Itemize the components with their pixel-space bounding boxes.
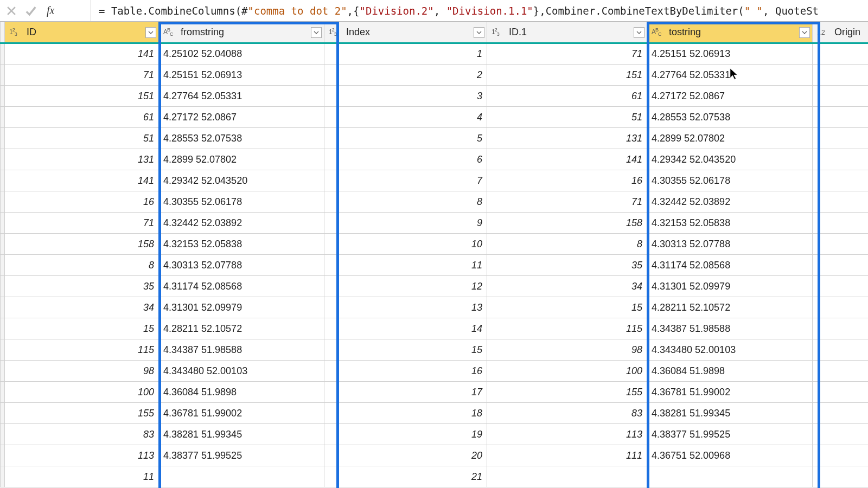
- table-row[interactable]: 714.32442 52.0389291584.32153 52.05838: [1, 213, 869, 234]
- column-header-fromstring[interactable]: ABC fromstring: [159, 22, 324, 43]
- cell-index[interactable]: 12: [324, 276, 487, 297]
- cell-id[interactable]: 131: [5, 149, 159, 170]
- cell-origin[interactable]: [813, 466, 869, 487]
- cell-origin[interactable]: [813, 86, 869, 107]
- cell-id[interactable]: 141: [5, 170, 159, 191]
- cell-tostring[interactable]: 4.28553 52.07538: [647, 107, 813, 128]
- table-row[interactable]: 1514.27764 52.053313614.27172 52.0867: [1, 86, 869, 107]
- cell-fromstring[interactable]: 4.29342 52.043520: [159, 170, 324, 191]
- cell-index[interactable]: 18: [324, 403, 487, 424]
- cell-id[interactable]: 100: [5, 382, 159, 403]
- cell-id[interactable]: 11: [5, 466, 159, 487]
- cell-origin[interactable]: [813, 234, 869, 255]
- table-row[interactable]: 714.25151 52.0691321514.27764 52.05331: [1, 65, 869, 86]
- cell-id[interactable]: 8: [5, 255, 159, 276]
- cell-id[interactable]: 71: [5, 65, 159, 86]
- cell-id1[interactable]: 16: [487, 170, 647, 191]
- cell-index[interactable]: 13: [324, 297, 487, 318]
- table-row[interactable]: 984.343480 52.00103161004.36084 51.9898: [1, 361, 869, 382]
- cell-origin[interactable]: [813, 297, 869, 318]
- table-row[interactable]: 354.31174 52.0856812344.31301 52.09979: [1, 276, 869, 297]
- cell-index[interactable]: 17: [324, 382, 487, 403]
- cell-fromstring[interactable]: 4.30313 52.07788: [159, 255, 324, 276]
- table-row[interactable]: 1004.36084 51.9898171554.36781 51.99002: [1, 382, 869, 403]
- cell-origin[interactable]: [813, 213, 869, 234]
- cell-id1[interactable]: [487, 466, 647, 487]
- cell-id1[interactable]: 141: [487, 149, 647, 170]
- cell-tostring[interactable]: 4.30355 52.06178: [647, 170, 813, 191]
- cell-index[interactable]: 21: [324, 466, 487, 487]
- cell-fromstring[interactable]: 4.25102 52.04088: [159, 43, 324, 65]
- cell-origin[interactable]: [813, 191, 869, 213]
- cell-origin[interactable]: [813, 361, 869, 382]
- cell-id[interactable]: 98: [5, 361, 159, 382]
- cell-id1[interactable]: 34: [487, 276, 647, 297]
- cell-id[interactable]: 51: [5, 128, 159, 149]
- cell-index[interactable]: 1: [324, 43, 487, 65]
- cell-index[interactable]: 20: [324, 445, 487, 466]
- cell-origin[interactable]: [813, 339, 869, 361]
- table-row[interactable]: 1134.38377 51.99525201114.36751 52.00968: [1, 445, 869, 466]
- confirm-icon[interactable]: [25, 5, 37, 17]
- cell-index[interactable]: 9: [324, 213, 487, 234]
- cell-origin[interactable]: [813, 403, 869, 424]
- cell-index[interactable]: 14: [324, 318, 487, 339]
- cell-index[interactable]: 11: [324, 255, 487, 276]
- table-row[interactable]: 164.30355 52.061788714.32442 52.03892: [1, 191, 869, 213]
- cell-id1[interactable]: 61: [487, 86, 647, 107]
- filter-button[interactable]: [799, 27, 810, 38]
- cell-index[interactable]: 15: [324, 339, 487, 361]
- cell-id[interactable]: 141: [5, 43, 159, 65]
- cell-id1[interactable]: 100: [487, 361, 647, 382]
- cell-id[interactable]: 71: [5, 213, 159, 234]
- filter-button[interactable]: [311, 27, 322, 38]
- cell-id1[interactable]: 83: [487, 403, 647, 424]
- column-header-id1[interactable]: 123 ID.1: [487, 22, 647, 43]
- cell-index[interactable]: 8: [324, 191, 487, 213]
- cell-id[interactable]: 15: [5, 318, 159, 339]
- table-row[interactable]: 1414.25102 52.040881714.25151 52.06913: [1, 43, 869, 65]
- cell-fromstring[interactable]: 4.2899 52.07802: [159, 149, 324, 170]
- table-row[interactable]: 1584.32153 52.058381084.30313 52.07788: [1, 234, 869, 255]
- cell-id[interactable]: 16: [5, 191, 159, 213]
- table-row[interactable]: 1414.29342 52.0435207164.30355 52.06178: [1, 170, 869, 191]
- cell-fromstring[interactable]: 4.28211 52.10572: [159, 318, 324, 339]
- cell-tostring[interactable]: 4.30313 52.07788: [647, 234, 813, 255]
- table-row[interactable]: 1154.34387 51.9858815984.343480 52.00103: [1, 339, 869, 361]
- column-header-index[interactable]: 123 Index: [324, 22, 487, 43]
- cancel-icon[interactable]: [5, 5, 17, 17]
- cell-fromstring[interactable]: 4.25151 52.06913: [159, 65, 324, 86]
- cell-fromstring[interactable]: 4.343480 52.00103: [159, 361, 324, 382]
- cell-id[interactable]: 83: [5, 424, 159, 445]
- cell-id1[interactable]: 131: [487, 128, 647, 149]
- cell-tostring[interactable]: 4.29342 52.043520: [647, 149, 813, 170]
- cell-fromstring[interactable]: 4.36084 51.9898: [159, 382, 324, 403]
- cell-fromstring[interactable]: 4.34387 51.98588: [159, 339, 324, 361]
- cell-id[interactable]: 158: [5, 234, 159, 255]
- cell-tostring[interactable]: 4.36781 51.99002: [647, 382, 813, 403]
- cell-fromstring[interactable]: 4.32153 52.05838: [159, 234, 324, 255]
- cell-tostring[interactable]: 4.32153 52.05838: [647, 213, 813, 234]
- cell-index[interactable]: 10: [324, 234, 487, 255]
- filter-button[interactable]: [634, 27, 644, 38]
- cell-tostring[interactable]: 4.31174 52.08568: [647, 255, 813, 276]
- cell-index[interactable]: 3: [324, 86, 487, 107]
- cell-origin[interactable]: [813, 382, 869, 403]
- cell-origin[interactable]: [813, 445, 869, 466]
- cell-origin[interactable]: [813, 107, 869, 128]
- cell-id1[interactable]: 155: [487, 382, 647, 403]
- cell-fromstring[interactable]: 4.38377 51.99525: [159, 445, 324, 466]
- cell-tostring[interactable]: 4.28211 52.10572: [647, 297, 813, 318]
- cell-fromstring[interactable]: 4.31174 52.08568: [159, 276, 324, 297]
- table-row[interactable]: 154.28211 52.10572141154.34387 51.98588: [1, 318, 869, 339]
- cell-origin[interactable]: [813, 65, 869, 86]
- cell-id[interactable]: 151: [5, 86, 159, 107]
- cell-id1[interactable]: 98: [487, 339, 647, 361]
- cell-fromstring[interactable]: 4.38281 51.99345: [159, 424, 324, 445]
- cell-fromstring[interactable]: [159, 466, 324, 487]
- column-header-origin[interactable]: 1.2 Origin: [813, 22, 869, 43]
- cell-id[interactable]: 115: [5, 339, 159, 361]
- cell-origin[interactable]: [813, 43, 869, 65]
- cell-id1[interactable]: 15: [487, 297, 647, 318]
- cell-id1[interactable]: 113: [487, 424, 647, 445]
